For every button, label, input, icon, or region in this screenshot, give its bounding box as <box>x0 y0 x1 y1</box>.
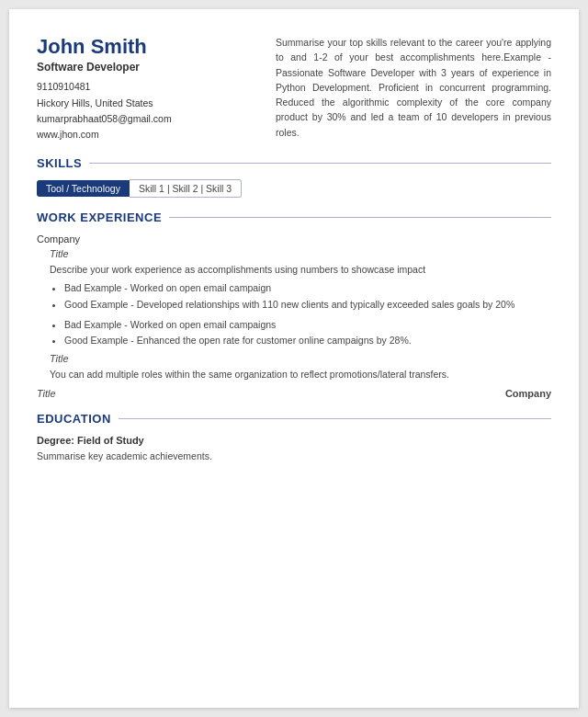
header-section: John Smith Software Developer 9110910481… <box>37 35 551 143</box>
work-title: WORK EXPERIENCE <box>37 211 162 224</box>
phone: 9110910481 <box>37 79 257 95</box>
bullet-item: Bad Example - Worked on open email campa… <box>64 280 551 295</box>
work-divider <box>169 217 551 218</box>
work-entry-3: Title You can add multiple roles within … <box>37 353 551 382</box>
company-name: Company <box>37 233 551 245</box>
job-title-1: Title <box>50 248 551 259</box>
footer-title: Title <box>37 388 56 399</box>
work-entry-1: Title Describe your work experience as a… <box>37 248 551 312</box>
name: John Smith <box>37 35 257 59</box>
bullet-item: Good Example - Developed relationships w… <box>64 297 551 312</box>
footer-company: Company <box>505 388 551 399</box>
bullet-item: Bad Example - Worked on open email campa… <box>64 317 551 332</box>
education-title: EDUCATION <box>37 412 111 426</box>
email: kumarprabhaat058@gmail.com <box>37 111 257 127</box>
resume-page: John Smith Software Developer 9110910481… <box>9 9 579 708</box>
skills-row: Tool / Technology Skill 1 | Skill 2 | Sk… <box>37 179 551 198</box>
job-desc-1: Describe your work experience as accompl… <box>50 263 551 278</box>
skill-list: Skill 1 | Skill 2 | Skill 3 <box>130 179 242 198</box>
work-entry-2: Bad Example - Worked on open email campa… <box>37 317 551 348</box>
education-divider <box>119 418 551 419</box>
skills-title: SKILLS <box>37 156 82 170</box>
job-title-header: Software Developer <box>37 61 257 74</box>
skills-divider <box>89 163 551 164</box>
job-desc-3: You can add multiple roles within the sa… <box>50 368 551 382</box>
degree-line: Degree: Field of Study <box>37 435 551 446</box>
skills-section-header: SKILLS <box>37 156 551 170</box>
education-section-header: EDUCATION <box>37 412 551 426</box>
bullet-item: Good Example - Enhanced the open rate fo… <box>64 333 551 347</box>
summary-text: Summarise your top skills relevant to th… <box>276 35 551 143</box>
job-title-3: Title <box>50 353 551 364</box>
title-company-footer: Title Company <box>37 388 551 399</box>
contact-info: 9110910481 Hickory Hills, United States … <box>37 79 257 142</box>
skill-badge: Tool / Technology <box>37 180 130 197</box>
bullet-list-2: Bad Example - Worked on open email campa… <box>64 317 551 348</box>
website: www.jhon.com <box>37 127 257 142</box>
bullet-list-1: Bad Example - Worked on open email campa… <box>64 280 551 312</box>
work-section-header: WORK EXPERIENCE <box>37 211 551 224</box>
edu-description: Summarise key academic achievements. <box>37 450 551 464</box>
location: Hickory Hills, United States <box>37 96 257 111</box>
header-left: John Smith Software Developer 9110910481… <box>37 35 257 143</box>
